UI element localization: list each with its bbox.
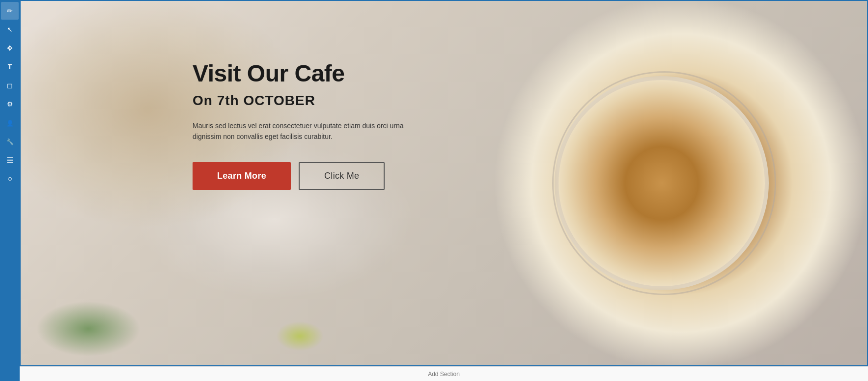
tools-icon (6, 137, 14, 146)
toolbar-item-shape[interactable] (1, 77, 19, 94)
toolbar-item-circle[interactable] (1, 170, 19, 188)
main-content: Visit Our Cafe On 7th OCTOBER Mauris sed… (20, 0, 868, 381)
hero-subtitle: On 7th OCTOBER (193, 93, 867, 109)
toolbar-item-text[interactable] (1, 58, 19, 76)
hero-section: Visit Our Cafe On 7th OCTOBER Mauris sed… (20, 0, 868, 366)
user-icon (6, 118, 14, 127)
bottom-bar: Add Section (20, 366, 868, 381)
toolbar-item-pencil[interactable] (1, 2, 19, 20)
page-wrapper: Visit Our Cafe On 7th OCTOBER Mauris sed… (0, 0, 868, 381)
pencil-icon (7, 6, 13, 15)
list-icon (6, 156, 13, 165)
text-icon (8, 62, 12, 71)
shape-icon (7, 81, 13, 90)
circle-icon (7, 174, 12, 183)
click-me-button[interactable]: Click Me (299, 162, 385, 190)
move-icon (7, 44, 13, 53)
toolbar-item-move[interactable] (1, 39, 19, 57)
toolbar-item-arrow[interactable] (1, 21, 19, 38)
arrow-icon (7, 25, 13, 34)
hero-content: Visit Our Cafe On 7th OCTOBER Mauris sed… (21, 1, 867, 190)
learn-more-button[interactable]: Learn More (193, 162, 291, 190)
bottom-bar-text: Add Section (428, 371, 460, 378)
toolbar-item-tools[interactable] (1, 133, 19, 150)
toolbar-item-settings[interactable] (1, 95, 19, 113)
toolbar-item-list[interactable] (1, 151, 19, 169)
settings-icon (7, 100, 13, 109)
hero-description: Mauris sed lectus vel erat consectetuer … (193, 120, 428, 142)
hero-title: Visit Our Cafe (193, 60, 867, 87)
left-toolbar (0, 0, 20, 381)
hero-buttons: Learn More Click Me (193, 162, 867, 190)
toolbar-item-user[interactable] (1, 114, 19, 132)
